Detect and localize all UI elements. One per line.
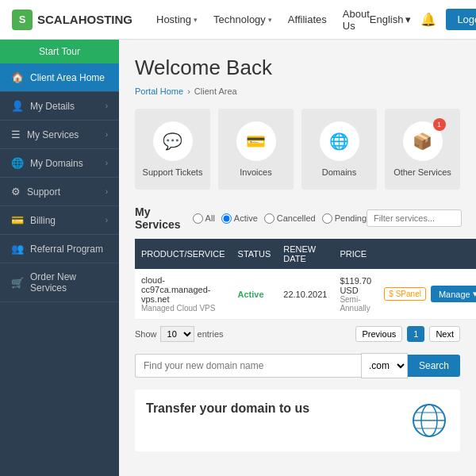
col-status: STATUS: [232, 239, 278, 269]
radio-pending[interactable]: Pending: [322, 213, 367, 224]
nav-right: English ▾ 🔔 Logout: [370, 9, 476, 30]
nav-affiliates[interactable]: Affiliates: [288, 13, 327, 25]
globe-icon: [409, 401, 449, 440]
user-icon: 👤: [11, 100, 24, 112]
services-header: My Services All Active Cancelled Pending: [135, 205, 460, 231]
sidebar-item-client-area-home[interactable]: 🏠 Client Area Home: [0, 63, 119, 92]
sidebar-item-referral[interactable]: 👥 Referral Program: [0, 235, 119, 263]
logo-icon: S: [12, 10, 33, 30]
support-icon: ⚙: [11, 186, 21, 198]
services-icon: ☰: [11, 129, 21, 140]
status-badge: Active: [238, 290, 264, 299]
home-icon: 🏠: [11, 71, 24, 83]
domain-search-input[interactable]: [135, 354, 361, 378]
logo-text: SCALAHOSTING: [37, 13, 132, 26]
product-sub: Managed Cloud VPS: [141, 304, 225, 313]
sidebar-label: My Domains: [30, 158, 83, 169]
chevron-right-icon: ›: [106, 216, 108, 225]
chevron-down-icon: ▾: [268, 16, 272, 24]
sidebar-label: Referral Program: [30, 244, 103, 255]
renew-date-cell: 22.10.2021: [277, 269, 333, 320]
services-table: PRODUCT/SERVICE STATUS RENEW DATE PRICE …: [135, 239, 476, 320]
manage-button[interactable]: Manage ▾: [431, 286, 476, 302]
show-entries: Show 10 25 50 entries: [135, 326, 224, 342]
services-filter-radios: All Active Cancelled Pending: [193, 213, 367, 224]
sidebar-item-my-domains[interactable]: 🌐 My Domains ›: [0, 149, 119, 178]
sidebar-label: My Services: [27, 129, 79, 140]
radio-cancelled[interactable]: Cancelled: [264, 213, 316, 224]
invoices-card[interactable]: 💳 Invoices: [218, 109, 294, 190]
logout-button[interactable]: Logout: [446, 9, 476, 30]
domains-icon: 🌐: [320, 121, 359, 161]
invoices-label: Invoices: [225, 167, 287, 177]
domain-search-row: .com .net .org .info Search: [135, 353, 460, 378]
notifications-icon[interactable]: 🔔: [420, 12, 436, 27]
spanel-icon: $: [389, 290, 393, 298]
nav-hosting[interactable]: Hosting ▾: [156, 13, 198, 25]
sidebar-item-billing[interactable]: 💳 Billing ›: [0, 206, 119, 235]
page-title: Welcome Back: [135, 56, 460, 80]
sidebar-label: Billing: [30, 215, 56, 226]
sidebar-item-my-details[interactable]: 👤 My Details ›: [0, 92, 119, 121]
main-content: Welcome Back Portal Home › Client Area 💬…: [119, 40, 476, 476]
billing-icon: 💳: [11, 214, 24, 226]
chevron-right-icon: ›: [106, 102, 108, 110]
sidebar-item-order[interactable]: 🛒 Order New Services: [0, 263, 119, 302]
support-tickets-card[interactable]: 💬 Support Tickets: [135, 109, 210, 190]
chevron-right-icon: ›: [106, 130, 108, 139]
language-selector[interactable]: English ▾: [370, 13, 412, 25]
cart-icon: 🛒: [11, 277, 24, 289]
filter-services-input[interactable]: [367, 209, 462, 227]
col-price: PRICE: [333, 239, 378, 269]
chevron-right-icon: ›: [106, 187, 108, 196]
nav-technology[interactable]: Technology ▾: [213, 13, 272, 25]
other-services-label: Other Services: [391, 167, 454, 177]
chevron-right-icon: ›: [106, 159, 108, 167]
col-product: PRODUCT/SERVICE: [135, 239, 232, 269]
chevron-down-icon: ▾: [194, 16, 198, 24]
nav-about[interactable]: About Us: [343, 8, 370, 32]
page-1-button[interactable]: 1: [407, 326, 424, 342]
actions-cell: $ SPanel Manage ▾: [378, 269, 476, 320]
col-actions: [378, 239, 476, 269]
domains-label: Domains: [308, 167, 370, 177]
sidebar-label: Order New Services: [30, 271, 108, 294]
price-period: Semi-Annually: [340, 295, 371, 313]
transfer-title: Transfer your domain to us: [146, 401, 401, 417]
sidebar-item-my-services[interactable]: ☰ My Services ›: [0, 121, 119, 149]
domain-icon: 🌐: [11, 157, 24, 169]
product-name: cloud-cc97ca.managed-vps.net: [141, 275, 225, 304]
invoices-icon: 💳: [236, 121, 276, 161]
sidebar-label: My Details: [30, 101, 75, 112]
domain-search-button[interactable]: Search: [408, 355, 460, 377]
referral-icon: 👥: [11, 243, 24, 255]
entries-select[interactable]: 10 25 50: [160, 326, 194, 342]
price-cell: $119.70 USD Semi-Annually: [333, 269, 378, 320]
sidebar-item-support[interactable]: ⚙ Support ›: [0, 178, 119, 206]
status-cell: Active: [232, 269, 278, 320]
pagination: Previous 1 Next: [355, 326, 460, 342]
other-services-card[interactable]: 📦 1 Other Services: [385, 109, 460, 190]
spanel-badge: $ SPanel: [384, 287, 426, 301]
domains-card[interactable]: 🌐 Domains: [301, 109, 377, 190]
other-services-icon: 📦 1: [403, 121, 443, 161]
radio-all[interactable]: All: [193, 213, 215, 224]
radio-active[interactable]: Active: [221, 213, 258, 224]
tld-select[interactable]: .com .net .org .info: [361, 353, 408, 378]
breadcrumb-separator: ›: [187, 86, 190, 96]
sidebar-label: Support: [27, 186, 60, 198]
other-services-badge: 1: [433, 118, 446, 131]
logo[interactable]: S SCALAHOSTING: [12, 10, 132, 30]
sidebar: Start Tour 🏠 Client Area Home 👤 My Detai…: [0, 40, 119, 476]
chevron-down-icon: ▾: [473, 289, 476, 299]
prev-page-button[interactable]: Previous: [355, 326, 402, 342]
breadcrumb: Portal Home › Client Area: [135, 86, 460, 96]
next-page-button[interactable]: Next: [429, 326, 460, 342]
support-tickets-icon: 💬: [153, 121, 193, 161]
table-footer: Show 10 25 50 entries Previous 1 Next: [135, 326, 460, 342]
nav-links: Hosting ▾ Technology ▾ Affiliates About …: [156, 8, 370, 32]
price-amount: $119.70 USD: [340, 276, 371, 295]
transfer-section: Transfer your domain to us: [135, 390, 460, 451]
breadcrumb-home[interactable]: Portal Home: [135, 86, 183, 96]
start-tour-button[interactable]: Start Tour: [0, 40, 119, 63]
